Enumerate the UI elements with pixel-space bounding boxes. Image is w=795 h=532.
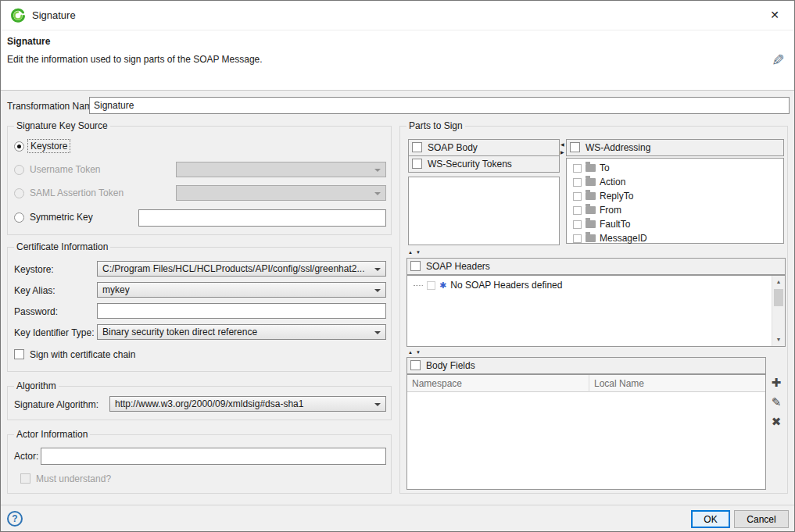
tree-branch-line (414, 285, 423, 286)
group-title-parts-to-sign: Parts to Sign (406, 120, 465, 131)
tree-item-label: Action (600, 177, 625, 187)
scroll-up-icon[interactable]: ▲ (772, 276, 785, 288)
splitter3-collapse-down-icon[interactable]: ▼ (416, 350, 421, 355)
actor-label: Actor: (14, 451, 38, 462)
soap-body-label: SOAP Body (428, 142, 478, 153)
scrollbar-thumb[interactable] (774, 289, 783, 306)
username-token-combo (176, 162, 386, 177)
folder-icon (586, 220, 596, 228)
key-alias-label: Key Alias: (14, 285, 56, 296)
ws-addressing-label: WS-Addressing (586, 142, 650, 153)
key-alias-combo[interactable]: mykey (97, 282, 386, 298)
soap-headers-scrollbar[interactable]: ▲ ▼ (772, 276, 785, 346)
replyto-checkbox[interactable] (573, 192, 582, 201)
splitter2-collapse-down-icon[interactable]: ▼ (416, 250, 421, 255)
folder-icon (586, 234, 596, 242)
faultto-checkbox[interactable] (573, 220, 582, 229)
add-body-field-button[interactable]: ✚ (769, 376, 783, 390)
symmetric-key-radio[interactable] (14, 212, 24, 223)
app-icon (10, 8, 26, 23)
keystore-radio[interactable] (14, 141, 24, 152)
soap-headers-label: SOAP Headers (426, 261, 490, 272)
cancel-button[interactable]: Cancel (734, 510, 789, 528)
tree-item-label: ReplyTo (600, 191, 633, 202)
keystore-radio-label[interactable]: Keystore (28, 140, 70, 152)
saml-assertion-radio-label: SAML Assertion Token (30, 187, 124, 198)
folder-icon (586, 164, 596, 172)
group-title-certificate: Certificate Information (14, 241, 110, 252)
body-fields-row: Body Fields (406, 357, 766, 374)
username-token-radio-label: Username Token (30, 164, 101, 175)
sign-with-certificate-chain-checkbox[interactable] (14, 349, 24, 359)
action-checkbox[interactable] (573, 178, 582, 187)
splitter-collapse-right-icon[interactable]: ▶ (560, 150, 564, 155)
keystore-combo[interactable]: C:/Program Files/HCL/HCLProducts/API/con… (97, 261, 386, 277)
ok-button[interactable]: OK (691, 510, 730, 528)
cross-icon: ✖ (772, 415, 782, 428)
symmetric-key-input[interactable] (138, 209, 386, 227)
edit-body-field-button[interactable]: ✎ (769, 395, 783, 409)
splitter3-collapse-up-icon[interactable]: ▲ (408, 350, 413, 355)
from-checkbox[interactable] (573, 206, 582, 215)
must-understand-checkbox (20, 473, 30, 484)
soap-body-row: SOAP Body (408, 139, 560, 156)
ws-security-tokens-checkbox[interactable] (412, 159, 422, 169)
pencil-icon: ✎ (772, 395, 782, 409)
close-button[interactable]: ✕ (768, 9, 782, 23)
banner-description: Edit the information used to sign parts … (7, 54, 263, 65)
tree-item-action[interactable]: Action (567, 175, 783, 189)
window-title: Signature (32, 9, 76, 21)
folder-icon (586, 192, 596, 200)
tree-item-messageid[interactable]: MessageID (567, 231, 783, 245)
to-checkbox[interactable] (573, 164, 582, 173)
soap-body-checkbox[interactable] (412, 142, 422, 152)
splitter-collapse-left-icon[interactable]: ◀ (560, 142, 564, 147)
no-soap-headers-row[interactable]: ✱ No SOAP Headers defined (407, 278, 785, 292)
signature-edit-icon: ✎ (772, 51, 785, 70)
transformation-name-input[interactable] (89, 97, 790, 114)
group-title-actor: Actor Information (14, 429, 90, 440)
key-identifier-type-combo[interactable]: Binary security token direct reference (97, 324, 386, 340)
asterisk-icon: ✱ (439, 280, 446, 291)
signature-algorithm-combo[interactable]: http://www.w3.org/2000/09/xmldsig#dsa-sh… (109, 396, 386, 412)
ws-addressing-row: WS-Addressing (566, 139, 784, 156)
banner-header: Signature Edit the information used to s… (1, 30, 794, 91)
signature-algorithm-label: Signature Algorithm: (14, 399, 98, 410)
column-namespace: Namespace (407, 375, 589, 392)
certificate-information-group: Certificate Information Keystore: C:/Pro… (7, 247, 392, 372)
symmetric-key-radio-label[interactable]: Symmetric Key (30, 212, 93, 223)
folder-icon (586, 206, 596, 214)
tree-item-label: From (600, 205, 621, 216)
soap-headers-list: ✱ No SOAP Headers defined ▲ ▼ (406, 275, 786, 347)
column-local-name: Local Name (589, 375, 765, 392)
group-title-algorithm: Algorithm (14, 380, 59, 391)
ws-security-tokens-row: WS-Security Tokens (408, 155, 560, 173)
footer-bar: ? OK Cancel (1, 505, 794, 532)
algorithm-group: Algorithm Signature Algorithm: http://ww… (7, 386, 392, 420)
tree-item-faultto[interactable]: FaultTo (567, 217, 783, 231)
body-fields-checkbox[interactable] (410, 360, 421, 370)
tree-item-label: MessageID (600, 233, 647, 244)
tree-item-replyto[interactable]: ReplyTo (567, 189, 783, 203)
splitter2-collapse-up-icon[interactable]: ▲ (408, 250, 413, 255)
ws-security-tokens-list[interactable] (408, 177, 560, 245)
delete-body-field-button[interactable]: ✖ (769, 415, 783, 429)
plus-icon: ✚ (772, 376, 782, 389)
body-fields-table-header: Namespace Local Name (407, 375, 765, 392)
soap-headers-checkbox[interactable] (410, 261, 421, 271)
ws-addressing-checkbox[interactable] (570, 142, 580, 152)
tree-item-to[interactable]: To (567, 161, 783, 175)
tree-item-from[interactable]: From (567, 203, 783, 217)
transformation-name-label: Transformation Name: (7, 101, 100, 112)
password-input[interactable] (97, 303, 386, 319)
messageid-checkbox[interactable] (573, 234, 582, 243)
banner-title: Signature (7, 36, 50, 47)
folder-icon (586, 178, 596, 186)
actor-input[interactable] (41, 448, 386, 465)
body-fields-table: Namespace Local Name (406, 374, 766, 490)
scroll-down-icon[interactable]: ▼ (772, 334, 785, 346)
no-soap-headers-checkbox (427, 281, 435, 290)
key-identifier-type-label: Key Identifier Type: (14, 327, 95, 338)
sign-with-certificate-chain-label: Sign with certificate chain (30, 349, 135, 360)
help-button[interactable]: ? (7, 511, 23, 527)
